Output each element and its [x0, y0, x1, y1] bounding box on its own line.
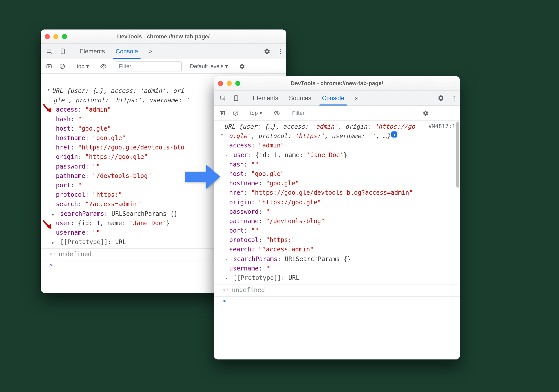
minimize-icon[interactable] [227, 81, 232, 86]
chevron-down-icon: ▾ [86, 63, 89, 70]
prop-row[interactable]: user: {id: 1, name: 'Jane Doe'} [214, 150, 460, 160]
tab-console[interactable]: Console [317, 91, 349, 105]
context-selector[interactable]: top ▾ [74, 62, 91, 71]
return-value-row: <· undefined [214, 285, 460, 295]
filter-input[interactable]: Filter [289, 108, 413, 118]
separator [72, 46, 72, 56]
prop-row[interactable]: searchParams: URLSearchParams {} [214, 254, 460, 264]
window-title: DevTools - chrome://new-tab-page/ [214, 80, 460, 87]
traffic-lights [218, 81, 240, 86]
transition-arrow-icon [183, 163, 222, 192]
prop-row[interactable]: username: "" [214, 264, 460, 273]
disclosure-triangle-icon[interactable] [225, 256, 230, 263]
svg-line-9 [61, 65, 64, 68]
prop-row[interactable]: host: "goo.gle" [214, 169, 460, 179]
disclosure-triangle-icon[interactable] [52, 239, 56, 246]
settings-icon[interactable] [236, 63, 248, 69]
prompt-arrow-icon: > [46, 261, 55, 269]
settings-icon[interactable] [435, 91, 447, 105]
clear-console-icon[interactable] [230, 110, 241, 116]
device-mode-icon[interactable] [57, 44, 69, 59]
object-summary[interactable]: gle', protocol: 'https:', username: ' [53, 96, 189, 105]
devtools-tabstrip: Elements Console » [41, 44, 286, 59]
console-toolbar: top ▾ Filter Default levels ▾ [41, 59, 286, 74]
console-toolbar: top ▾ Filter [214, 106, 460, 120]
prop-row[interactable]: pathname: "/devtools-blog" [214, 217, 460, 226]
svg-point-21 [276, 112, 277, 114]
prop-row[interactable]: password: "" [214, 207, 460, 217]
toggle-sidebar-icon[interactable] [216, 110, 228, 116]
prop-row[interactable]: search: "?access=admin" [214, 245, 460, 254]
svg-point-5 [280, 53, 281, 54]
prop-row[interactable]: [[Prototype]]: URL [214, 273, 460, 283]
toggle-sidebar-icon[interactable] [43, 63, 55, 69]
svg-point-15 [454, 97, 455, 98]
log-levels-selector[interactable]: Default levels ▾ [188, 63, 230, 70]
kebab-menu-icon[interactable] [274, 44, 286, 59]
svg-rect-17 [220, 111, 225, 115]
minimize-icon[interactable] [53, 34, 58, 39]
svg-point-14 [454, 96, 455, 97]
tab-console[interactable]: Console [111, 44, 143, 59]
svg-point-10 [102, 65, 104, 67]
window-title: DevTools - chrome://new-tab-page/ [41, 33, 286, 40]
tab-more[interactable]: » [144, 44, 157, 59]
chevron-down-icon: ▾ [259, 110, 262, 116]
eye-icon[interactable] [98, 63, 109, 70]
clear-console-icon[interactable] [56, 63, 68, 69]
svg-line-20 [234, 112, 237, 115]
inspect-icon[interactable] [44, 44, 55, 59]
prop-row[interactable]: href: "https://goo.gle/devtools-blog?acc… [214, 188, 460, 198]
console-output[interactable]: VM4817:1 URL {user: {…}, access: 'admin'… [214, 120, 460, 359]
titlebar[interactable]: DevTools - chrome://new-tab-page/ [41, 29, 286, 44]
tab-more[interactable]: » [350, 91, 363, 105]
svg-rect-6 [47, 65, 51, 68]
traffic-lights [45, 34, 67, 39]
object-summary[interactable]: URL {user: {…}, access: 'admin', origin:… [224, 122, 415, 131]
devtools-tabstrip: Elements Sources Console » [214, 91, 460, 106]
prop-row[interactable]: origin: "https://goo.gle" [214, 198, 460, 207]
prop-row[interactable]: protocol: "https:" [214, 235, 460, 245]
svg-point-16 [454, 99, 455, 100]
context-label: top [250, 110, 258, 116]
svg-point-4 [280, 51, 281, 52]
prop-row[interactable]: port: "" [214, 226, 460, 235]
object-summary[interactable]: URL {user: {…}, access: 'admin', ori [52, 86, 184, 96]
svg-point-3 [280, 49, 281, 50]
zoom-icon[interactable] [235, 81, 240, 86]
prop-row[interactable]: hostname: "goo.gle" [214, 179, 460, 188]
object-summary[interactable]: o.gle', protocol: 'https:', username: ''… [225, 131, 390, 141]
filter-input[interactable]: Filter [116, 61, 182, 71]
close-icon[interactable] [45, 34, 50, 39]
separator [245, 93, 245, 103]
eye-icon[interactable] [271, 110, 283, 116]
disclosure-triangle-icon[interactable] [225, 275, 230, 282]
info-badge-icon[interactable]: i [391, 131, 397, 138]
disclosure-triangle-icon[interactable] [225, 152, 230, 159]
close-icon[interactable] [218, 81, 223, 86]
disclosure-triangle-icon[interactable] [52, 211, 56, 218]
settings-icon[interactable] [261, 44, 273, 59]
chevron-down-icon: ▾ [225, 63, 228, 70]
settings-icon[interactable] [420, 110, 431, 116]
devtools-window-after: DevTools - chrome://new-tab-page/ Elemen… [214, 76, 460, 359]
tab-elements[interactable]: Elements [75, 44, 110, 59]
kebab-menu-icon[interactable] [448, 91, 460, 105]
zoom-icon[interactable] [62, 34, 67, 39]
device-mode-icon[interactable] [230, 91, 242, 105]
disclosure-triangle-icon[interactable] [221, 131, 225, 139]
source-link[interactable]: VM4817:1 [428, 122, 455, 131]
titlebar[interactable]: DevTools - chrome://new-tab-page/ [214, 76, 460, 91]
tab-elements[interactable]: Elements [248, 91, 283, 105]
context-selector[interactable]: top ▾ [248, 109, 265, 118]
tab-sources[interactable]: Sources [284, 91, 316, 105]
prop-row[interactable]: hash: "" [214, 160, 460, 169]
output-arrow-icon: <· [219, 285, 232, 294]
output-arrow-icon: <· [46, 250, 59, 258]
prompt-row[interactable]: > [214, 297, 460, 305]
prompt-arrow-icon: > [219, 297, 228, 305]
disclosure-triangle-icon[interactable] [47, 86, 52, 93]
inspect-icon[interactable] [217, 91, 229, 105]
context-label: top [77, 63, 85, 70]
prop-row[interactable]: access: "admin" [214, 141, 460, 150]
